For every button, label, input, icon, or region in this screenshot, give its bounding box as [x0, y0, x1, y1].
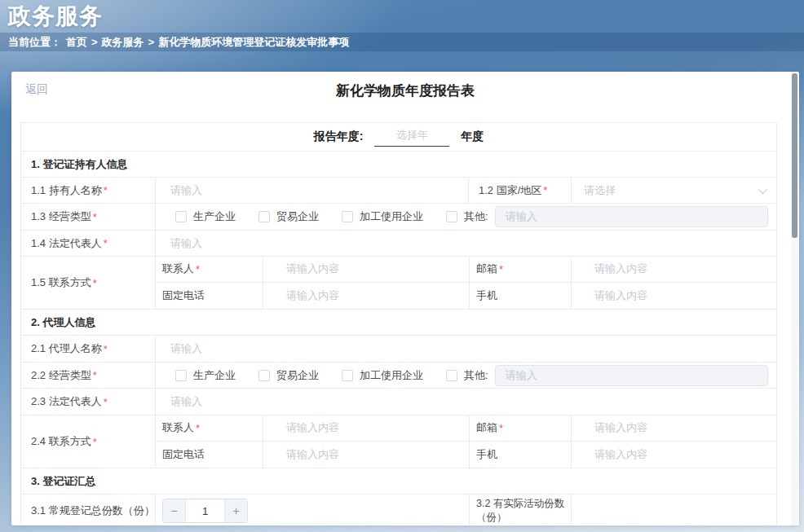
email-label: 邮箱*: [470, 257, 572, 282]
row-summary: 3.1 常规登记总份数（份） − 1 + 3.2 有实际活动份数（份）: [21, 495, 776, 525]
label-text: 1.2 国家/地区: [479, 183, 541, 198]
other-label: 其他:: [464, 368, 488, 383]
label-text: 邮箱: [476, 262, 497, 276]
breadcrumb-separator: >: [91, 36, 98, 48]
checkbox-group-trade: 贸易企业: [258, 368, 319, 383]
required-mark: *: [93, 369, 97, 381]
row-business-type-2: 2.2 经营类型* 生产企业 贸易企业 加工使用企业 其他:请输入: [21, 363, 776, 389]
contact2-subrow-2: 固定电话 请输入内容 手机 请输入内容: [156, 442, 776, 468]
legal-rep2-label: 2.3 法定代表人*: [21, 389, 156, 415]
row-agent-name: 2.1 代理人名称* 请输入: [21, 336, 776, 363]
label-text: 2.1 代理人名称: [31, 341, 102, 356]
report-year-suffix: 年度: [461, 130, 484, 144]
contact-person-input[interactable]: 请输入内容: [263, 257, 470, 282]
landline-label: 固定电话: [156, 283, 263, 309]
mobile-input[interactable]: 请输入内容: [572, 283, 776, 309]
label-text: 联系人: [162, 420, 194, 435]
contact-method-label: 1.5 联系方式*: [21, 257, 156, 309]
active-count-cell: [572, 495, 776, 525]
legal-rep-input[interactable]: 请输入: [156, 231, 776, 256]
contact-person-input[interactable]: 请输入内容: [263, 415, 470, 441]
contact2-subtable: 联系人* 请输入内容 邮箱* 请输入内容 固定电话 请输入内容 手机 请输入内容: [156, 415, 776, 468]
label-text: 1.4 法定代表人: [31, 236, 102, 251]
breadcrumb-current-page[interactable]: 新化学物质环境管理登记证核发审批事项: [158, 36, 349, 48]
required-mark: *: [196, 422, 200, 434]
required-mark: *: [543, 184, 547, 196]
checkbox-group-trade: 贸易企业: [258, 209, 319, 224]
other-label: 其他:: [464, 209, 488, 224]
section3-title: 3. 登记证汇总: [21, 468, 776, 494]
section3-header-row: 3. 登记证汇总: [21, 468, 776, 495]
contact-subrow-2: 固定电话 请输入内容 手机 请输入内容: [156, 283, 776, 309]
contact-person-label: 联系人*: [156, 415, 263, 441]
business-type-options: 生产企业 贸易企业 加工使用企业 其他:请输入: [156, 204, 776, 230]
other-checkbox[interactable]: [446, 370, 457, 381]
label-text: 2.2 经营类型: [31, 368, 91, 383]
label-text: 1.1 持有人名称: [31, 183, 102, 198]
processing-label: 加工使用企业: [360, 209, 423, 224]
trade-label: 贸易企业: [276, 368, 319, 383]
form-card: 返回 新化学物质年度报告表 报告年度: 选择年 年度 1. 登记证持有人信息 1…: [11, 72, 799, 525]
other-input[interactable]: 请输入: [495, 206, 768, 227]
report-year-row: 报告年度: 选择年 年度: [21, 123, 776, 152]
mobile-label: 手机: [470, 283, 572, 309]
producer-label: 生产企业: [193, 368, 236, 383]
scrollbar-thumb[interactable]: [792, 73, 797, 238]
country-select[interactable]: 请选择: [572, 178, 776, 203]
report-year-input[interactable]: 选择年: [374, 128, 449, 147]
other-input[interactable]: 请输入: [495, 365, 768, 386]
holder-name-input[interactable]: 请输入: [156, 178, 469, 203]
stepper-value[interactable]: 1: [186, 499, 224, 522]
trade-checkbox[interactable]: [258, 211, 270, 222]
row-legal-rep-2: 2.3 法定代表人* 请输入: [21, 389, 776, 415]
label-text: 1.5 联系方式: [31, 275, 91, 290]
legal-rep2-input[interactable]: 请输入: [156, 389, 776, 415]
other-checkbox[interactable]: [446, 211, 457, 222]
checkbox-group-other: 其他:请输入: [446, 365, 768, 386]
row-holder-name: 1.1 持有人名称* 请输入 1.2 国家/地区* 请选择: [21, 178, 776, 204]
agent-name-label: 2.1 代理人名称*: [21, 336, 156, 362]
producer-checkbox[interactable]: [175, 211, 187, 222]
annual-report-table: 报告年度: 选择年 年度 1. 登记证持有人信息 1.1 持有人名称* 请输入 …: [20, 122, 777, 525]
contact-subrow-1: 联系人* 请输入内容 邮箱* 请输入内容: [156, 257, 776, 283]
breadcrumb: 当前位置：首页>政务服务>新化学物质环境管理登记证核发审批事项: [0, 33, 804, 51]
agent-name-input[interactable]: 请输入: [156, 336, 776, 362]
required-mark: *: [93, 436, 97, 448]
email-input[interactable]: 请输入内容: [572, 257, 776, 282]
row-legal-rep-1: 1.4 法定代表人* 请输入: [21, 231, 776, 257]
required-mark: *: [104, 184, 108, 196]
processing-checkbox[interactable]: [342, 211, 353, 222]
stepper-increase-button[interactable]: +: [224, 499, 247, 522]
required-mark: *: [104, 343, 108, 355]
email-input[interactable]: 请输入内容: [572, 415, 776, 441]
landline-input[interactable]: 请输入内容: [263, 283, 470, 309]
mobile-input[interactable]: 请输入内容: [572, 442, 776, 468]
label-text: 1.3 经营类型: [31, 209, 91, 224]
required-mark: *: [104, 237, 108, 249]
processing-label: 加工使用企业: [360, 368, 423, 383]
processing-checkbox[interactable]: [342, 370, 353, 381]
breadcrumb-services-link[interactable]: 政务服务: [102, 36, 144, 48]
breadcrumb-separator: >: [148, 36, 155, 48]
checkbox-group-producer: 生产企业: [175, 209, 236, 224]
label-text: 邮箱: [476, 420, 497, 435]
page-title: 政务服务: [8, 1, 103, 32]
row-contact-2: 2.4 联系方式* 联系人* 请输入内容 邮箱* 请输入内容 固定电话 请输入内…: [21, 415, 776, 468]
stepper-decrease-button[interactable]: −: [163, 499, 186, 522]
section2-header-row: 2. 代理人信息: [21, 310, 776, 336]
producer-checkbox[interactable]: [175, 370, 187, 381]
legal-rep-label: 1.4 法定代表人*: [21, 231, 156, 256]
email-label: 邮箱*: [470, 415, 572, 441]
producer-label: 生产企业: [193, 209, 236, 224]
breadcrumb-home-link[interactable]: 首页: [66, 36, 87, 48]
trade-checkbox[interactable]: [258, 370, 270, 381]
section1-header-row: 1. 登记证持有人信息: [21, 152, 776, 178]
checkbox-group-processing: 加工使用企业: [342, 368, 423, 383]
label-text: 2.3 法定代表人: [31, 394, 102, 409]
business-type2-label: 2.2 经营类型*: [21, 363, 156, 388]
contact2-subrow-1: 联系人* 请输入内容 邮箱* 请输入内容: [156, 415, 776, 442]
landline-input[interactable]: 请输入内容: [263, 442, 470, 468]
regular-count-label: 3.1 常规登记总份数（份）: [21, 495, 156, 525]
country-label: 1.2 国家/地区*: [469, 178, 572, 203]
back-link[interactable]: 返回: [25, 82, 48, 97]
